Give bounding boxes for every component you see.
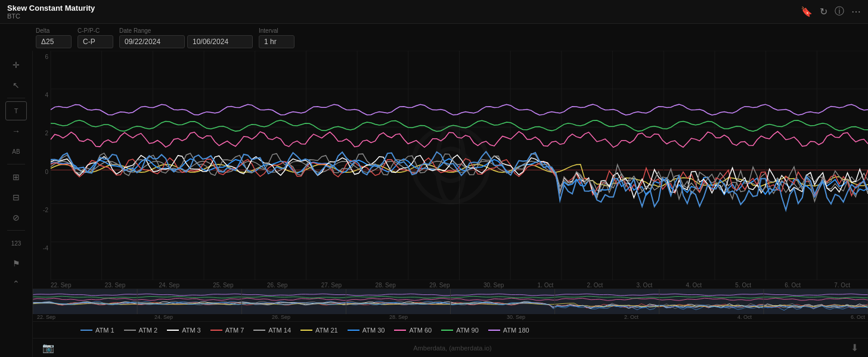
x-axis-label: 28. Sep [375,282,395,288]
legend-line [300,330,312,331]
legend-line [441,330,453,331]
legend-line [124,330,136,331]
legend-line [210,330,222,331]
app-subtitle: BTC [7,13,95,20]
x-axis-label: 29. Sep [429,282,450,288]
nav-x-label: 2. Oct [624,314,638,320]
legend-label: ATM 90 [456,327,479,334]
legend-item: ATM 1 [80,327,114,334]
label-button[interactable]: AB [5,142,27,161]
main-chart[interactable] [33,51,868,280]
legend-line [394,330,406,331]
legend-item: ATM 90 [441,327,479,334]
navigator-canvas [33,289,868,314]
app-title: Skew Constant Maturity [7,4,95,13]
flag-button[interactable]: ⚑ [5,254,27,273]
cpp-input[interactable]: C-P [78,35,113,48]
x-axis-label: 22. Sep [51,282,71,288]
delta-control: Delta Δ25 [36,27,72,48]
cpp-control: C-P/P-C C-P [78,27,113,48]
legend-item: ATM 21 [300,327,338,334]
eye-off-button[interactable]: ⊘ [5,208,27,227]
download-icon[interactable]: ⬇ [851,342,858,353]
grid-button[interactable]: ⊟ [5,188,27,207]
bottom-bar: 📷 Amberdata, (amberdata.io) ⬇ [33,338,868,357]
nav-x-label: 4. Oct [737,314,752,320]
select-button[interactable]: ⊞ [5,167,27,187]
x-axis-label: 6. Oct [785,282,801,288]
legend-label: ATM 21 [315,327,338,334]
x-axis-label: 24. Sep [159,282,179,288]
legend-label: ATM 180 [503,327,529,334]
date-range-label: Date Range [119,27,253,34]
legend-line [253,330,265,331]
date-end-input[interactable]: 10/06/2024 [187,35,253,48]
menu-icon[interactable]: ⋯ [851,6,861,17]
legend-label: ATM 30 [362,327,385,334]
arrow-button[interactable]: → [5,122,27,141]
nav-x-label: 22. Sep [37,314,55,320]
nav-x-label: 24. Sep [154,314,173,320]
x-axis-label: 30. Sep [483,282,504,288]
x-axis-label: 27. Sep [321,282,342,288]
interval-control: Interval 1 hr [259,27,294,48]
legend-label: ATM 2 [139,327,158,334]
navigator[interactable]: 22. Sep24. Sep26. Sep28. Sep30. Sep2. Oc… [33,288,868,321]
toolbar-sep-1 [7,98,25,98]
bookmark-icon[interactable]: 🔖 [801,6,813,17]
x-axis-label: 1. Oct [538,282,554,288]
interval-label: Interval [259,27,294,34]
legend-line [80,330,92,331]
info-icon[interactable]: ⓘ [835,5,844,18]
legend: ATM 1ATM 2ATM 3ATM 7ATM 14ATM 21ATM 30AT… [33,321,868,338]
controls-row: Delta Δ25 C-P/P-C C-P Date Range 09/22/2… [0,24,868,51]
cursor-button[interactable]: ↖ [5,76,27,95]
legend-line [348,330,359,331]
crosshair-button[interactable]: ✛ [5,55,27,74]
x-axis-label: 3. Oct [636,282,652,288]
camera-icon[interactable]: 📷 [42,342,54,353]
refresh-icon[interactable]: ↻ [820,6,827,17]
x-axis-label: 7. Oct [834,282,850,288]
legend-line [167,330,179,331]
toolbar-sep-2 [7,164,25,164]
main-chart-canvas [33,51,868,280]
date-range-control: Date Range 09/22/2024 10/06/2024 [119,27,253,48]
legend-item: ATM 60 [394,327,432,334]
date-start-input[interactable]: 09/22/2024 [119,35,185,48]
main-content: ✛ ↖ T → AB ⊞ ⊟ ⊘ 123 ⚑ ⌃ 22. Sep23. Se [0,51,868,357]
interval-input[interactable]: 1 hr [259,35,294,48]
navigator-x-axis: 22. Sep24. Sep26. Sep28. Sep30. Sep2. Oc… [36,313,865,320]
x-axis-label: 4. Oct [686,282,702,288]
nav-x-label: 30. Sep [507,314,525,320]
x-axis-label: 5. Oct [735,282,751,288]
app-branding: Skew Constant Maturity BTC [7,4,95,20]
legend-line [488,330,500,331]
x-axis-label: 2. Oct [587,282,603,288]
legend-item: ATM 180 [488,327,529,334]
legend-label: ATM 60 [409,327,432,334]
legend-label: ATM 7 [225,327,244,334]
attribution-text: Amberdata, (amberdata.io) [413,344,491,352]
legend-item: ATM 30 [348,327,385,334]
x-axis-label: 23. Sep [105,282,125,288]
legend-item: ATM 2 [124,327,158,334]
left-toolbar: ✛ ↖ T → AB ⊞ ⊟ ⊘ 123 ⚑ ⌃ [0,51,33,357]
x-axis-label: 26. Sep [267,282,287,288]
nav-x-label: 28. Sep [389,314,408,320]
delta-input[interactable]: Δ25 [36,35,72,48]
legend-item: ATM 3 [167,327,201,334]
text-button[interactable]: T [5,101,27,120]
nav-x-label: 26. Sep [272,314,290,320]
number-button[interactable]: 123 [5,234,27,253]
top-bar-actions: 🔖 ↻ ⓘ ⋯ [801,5,861,18]
delta-label: Delta [36,27,72,34]
legend-item: ATM 7 [210,327,244,334]
legend-label: ATM 3 [182,327,201,334]
legend-item: ATM 14 [253,327,291,334]
x-axis: 22. Sep23. Sep24. Sep25. Sep26. Sep27. S… [33,280,868,288]
chevron-button[interactable]: ⌃ [5,274,27,293]
top-bar: Skew Constant Maturity BTC 🔖 ↻ ⓘ ⋯ [0,0,868,24]
legend-label: ATM 14 [268,327,291,334]
x-axis-label: 25. Sep [213,282,233,288]
